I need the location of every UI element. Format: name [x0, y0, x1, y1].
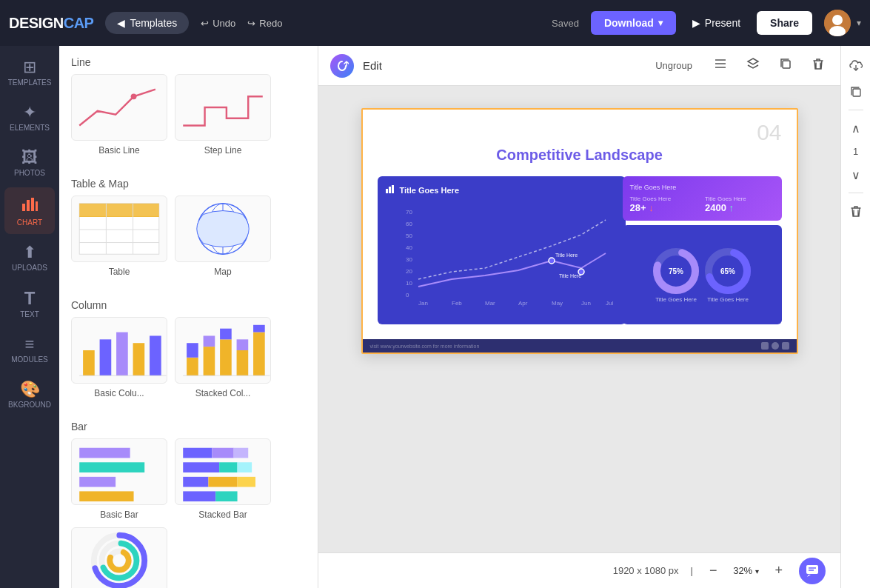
canvas-footer: visit www.yourwebsite.com for more infor… [363, 339, 797, 353]
zoom-controls: − 32% ▾ + [705, 561, 787, 580]
zoom-label[interactable]: 32% ▾ [727, 565, 764, 576]
sidebar-item-bkground[interactable]: 🎨 BKGROUND [4, 374, 55, 416]
sidebar-bkground-label: BKGROUND [8, 401, 51, 409]
stat1-value: 28+ ↓ [630, 202, 700, 213]
column-section: Column Basic Colu... [59, 289, 318, 410]
stacked-column-label: Stacked Col... [195, 388, 251, 398]
chat-button[interactable] [799, 558, 826, 584]
download-label: Download [604, 17, 654, 29]
delete-icon-button[interactable] [808, 53, 829, 78]
social-icons [761, 342, 789, 350]
sidebar-item-templates[interactable]: ⊞ TEMPLATES [4, 52, 55, 94]
stacked-column-item[interactable]: Stacked Col... [175, 317, 271, 398]
copy-icon-button[interactable] [775, 53, 796, 78]
svg-rect-45 [238, 462, 252, 472]
redo-icon: ↪ [247, 18, 255, 29]
map-item[interactable]: Map [175, 196, 271, 277]
footer-url: visit www.yourwebsite.com for more infor… [370, 344, 480, 349]
basic-line-item[interactable]: Basic Line [71, 74, 167, 156]
separator: | [691, 565, 693, 576]
avatar-chevron-icon[interactable]: ▾ [857, 18, 861, 28]
redo-label: Redo [259, 18, 282, 29]
download-button[interactable]: Download ▾ [591, 11, 676, 35]
svg-rect-6 [36, 201, 38, 211]
right-panel: Title Goes Here Title Goes Here 28+ ↓ Ti [623, 176, 782, 324]
sidebar-item-text[interactable]: T TEXT [4, 282, 55, 326]
svg-rect-43 [183, 462, 219, 472]
svg-text:10: 10 [406, 280, 412, 287]
layers-icon-button[interactable] [743, 53, 763, 78]
card-chart-icon [385, 184, 395, 197]
align-icon-button[interactable] [710, 53, 731, 78]
sidebar-text-label: TEXT [20, 310, 39, 318]
templates-button[interactable]: ◀ Templates [105, 12, 189, 34]
svg-rect-38 [79, 477, 116, 487]
sidebar-item-chart[interactable]: CHART [4, 187, 55, 234]
map-label: Map [214, 267, 231, 277]
redo-button[interactable]: ↪ Redo [247, 18, 282, 29]
arrow-down-button[interactable]: ∨ [844, 163, 868, 187]
svg-rect-30 [220, 329, 232, 340]
svg-rect-48 [238, 477, 255, 487]
stacked-bar-label: Stacked Bar [198, 510, 247, 520]
stacked-column-thumb [175, 317, 271, 384]
zoom-out-button[interactable]: − [705, 561, 722, 580]
svg-rect-34 [253, 325, 265, 333]
sidebar-item-elements[interactable]: ✦ ELEMENTS [4, 97, 55, 139]
ungroup-button[interactable]: Ungroup [649, 57, 698, 74]
basic-column-thumb [71, 317, 167, 384]
svg-rect-46 [183, 477, 208, 487]
undo-button[interactable]: ↩ Undo [201, 18, 235, 29]
arrow-up-button[interactable]: ∧ [844, 116, 868, 140]
bar-section: Bar Basic Bar [59, 410, 318, 588]
basic-column-item[interactable]: Basic Colu... [71, 317, 167, 398]
svg-point-1 [832, 15, 843, 25]
svg-rect-22 [133, 343, 145, 375]
step-line-item[interactable]: Step Line [175, 74, 271, 156]
sidebar-item-uploads[interactable]: ⬆ UPLOADS [4, 237, 55, 279]
radial-bar-item[interactable]: Radial Bar [71, 527, 167, 588]
present-icon: ▶ [692, 17, 700, 29]
copy-page-button[interactable] [844, 80, 868, 104]
svg-rect-39 [79, 491, 133, 501]
svg-rect-94 [853, 89, 860, 96]
save-to-cloud-button[interactable] [844, 53, 868, 77]
bar-grid: Basic Bar [59, 438, 318, 588]
share-button[interactable]: Share [757, 11, 812, 35]
svg-text:Mar: Mar [485, 300, 495, 307]
edit-toolbar: Edit Ungroup [318, 46, 840, 86]
stacked-bar-thumb [175, 438, 271, 505]
stacked-bar-item[interactable]: Stacked Bar [175, 438, 271, 520]
undo-icon: ↩ [201, 18, 209, 29]
bkground-icon: 🎨 [20, 381, 40, 398]
templates-icon: ⊞ [23, 59, 36, 76]
design-canvas[interactable]: 04 Competitive Landscape [361, 108, 798, 354]
svg-rect-29 [220, 339, 232, 375]
zoom-in-button[interactable]: + [770, 561, 787, 580]
table-map-grid: Table Map [59, 196, 318, 289]
table-map-section-title: Table & Map [59, 167, 318, 196]
table-thumb [71, 196, 167, 262]
sidebar-modules-label: MODULES [11, 355, 47, 364]
basic-column-label: Basic Colu... [94, 388, 144, 398]
delete-page-button[interactable] [844, 199, 868, 223]
svg-rect-40 [183, 448, 212, 458]
present-button[interactable]: ▶ Present [682, 11, 751, 35]
svg-rect-88 [772, 342, 779, 350]
basic-bar-item[interactable]: Basic Bar [71, 438, 167, 520]
svg-text:Apr: Apr [518, 300, 528, 307]
edit-icon-circle [330, 54, 354, 78]
svg-rect-63 [392, 185, 394, 193]
svg-rect-26 [187, 343, 198, 358]
zoom-plus-icon: + [774, 563, 783, 578]
sidebar-item-modules[interactable]: ≡ MODULES [4, 329, 55, 371]
svg-rect-23 [150, 335, 161, 375]
line-chart-svg: 70 60 50 40 30 20 10 0 Jan Feb Mar [385, 201, 618, 313]
svg-rect-60 [783, 61, 790, 68]
donut2-title: Title Goes Here [704, 296, 752, 303]
svg-rect-44 [219, 462, 237, 472]
svg-text:20: 20 [406, 268, 412, 275]
sidebar-item-photos[interactable]: 🖼 PHOTOS [4, 142, 55, 184]
column-grid: Basic Colu... [59, 317, 318, 410]
table-item[interactable]: Table [71, 196, 167, 277]
